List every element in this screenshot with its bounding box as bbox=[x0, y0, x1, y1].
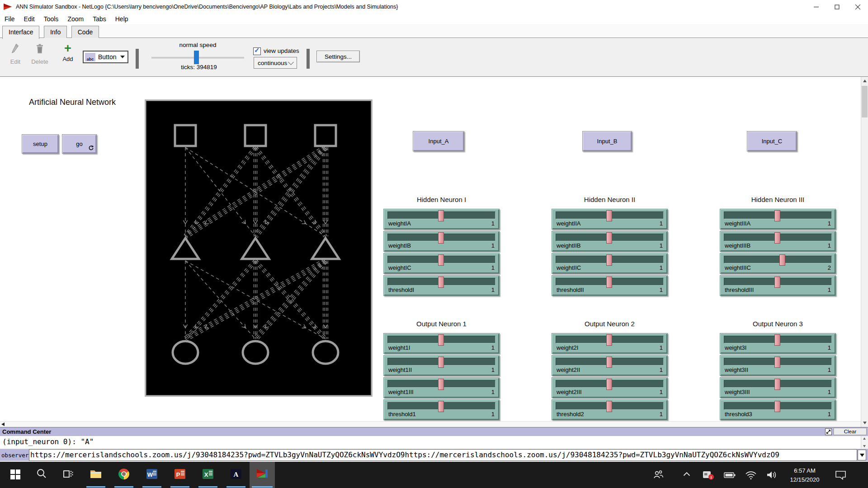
taskbar-search-button[interactable] bbox=[30, 462, 53, 488]
scrollbar-thumb[interactable] bbox=[862, 86, 868, 117]
slider-handle[interactable] bbox=[606, 232, 612, 244]
vertical-scrollbar[interactable] bbox=[861, 77, 868, 427]
menu-tools[interactable]: Tools bbox=[39, 15, 63, 23]
taskbar-chrome-button[interactable] bbox=[112, 462, 136, 488]
slider-weight1II[interactable]: weight1II1 bbox=[383, 355, 500, 376]
close-button[interactable] bbox=[847, 0, 868, 14]
app-badge-icon[interactable]: ! bbox=[702, 469, 715, 483]
slider-weightIIIC[interactable]: weightIIIC2 bbox=[720, 253, 836, 274]
menu-help[interactable]: Help bbox=[111, 15, 133, 23]
taskbar-file-explorer-button[interactable] bbox=[84, 462, 108, 488]
taskbar-start-button[interactable] bbox=[4, 462, 27, 488]
command-output-area[interactable]: (input_neuron 0): "A" bbox=[0, 436, 868, 449]
menu-file[interactable]: File bbox=[0, 15, 19, 23]
slider-weight1III[interactable]: weight1III1 bbox=[383, 377, 500, 398]
slider-weightIIB[interactable]: weightIIB1 bbox=[552, 231, 668, 252]
widget-type-dropdown[interactable]: abc Button bbox=[83, 51, 128, 63]
battery-icon[interactable] bbox=[723, 469, 737, 482]
slider-handle[interactable] bbox=[606, 357, 612, 368]
slider-handle[interactable] bbox=[606, 277, 612, 288]
slider-handle[interactable] bbox=[606, 334, 612, 346]
slider-weightIIC[interactable]: weightIIC1 bbox=[552, 253, 668, 274]
slider-handle[interactable] bbox=[774, 357, 780, 368]
tab-interface[interactable]: Interface bbox=[2, 26, 39, 39]
input-b-button[interactable]: Input_B bbox=[582, 131, 632, 151]
slider-weightIIIB[interactable]: weightIIIB1 bbox=[720, 231, 836, 252]
slider-weightIA[interactable]: weightIA1 bbox=[383, 209, 500, 230]
scroll-down-icon[interactable] bbox=[863, 445, 866, 447]
input-a-button[interactable]: Input_A bbox=[413, 131, 464, 151]
scroll-left-icon[interactable] bbox=[1, 422, 5, 426]
tab-info[interactable]: Info bbox=[44, 26, 67, 38]
history-dropdown-button[interactable] bbox=[858, 450, 866, 460]
slider-handle[interactable] bbox=[438, 232, 444, 244]
slider-thresholdIII[interactable]: thresholdIII1 bbox=[720, 275, 836, 296]
horizontal-scrollbar[interactable] bbox=[0, 421, 861, 427]
slider-handle[interactable] bbox=[774, 401, 780, 412]
slider-handle[interactable] bbox=[606, 254, 612, 266]
add-tool-button[interactable]: + Add bbox=[57, 42, 79, 62]
slider-threshold3[interactable]: threshold31 bbox=[720, 399, 836, 420]
slider-weight1I[interactable]: weight1I1 bbox=[383, 333, 500, 354]
slider-handle[interactable] bbox=[438, 254, 444, 266]
slider-handle[interactable] bbox=[774, 334, 780, 346]
minimize-button[interactable] bbox=[806, 0, 826, 14]
slider-threshold1[interactable]: threshold11 bbox=[383, 399, 500, 420]
slider-weight3I[interactable]: weight3I1 bbox=[720, 333, 836, 354]
slider-handle[interactable] bbox=[779, 254, 785, 266]
slider-handle[interactable] bbox=[438, 401, 444, 412]
taskbar-netlogo-button[interactable] bbox=[250, 462, 275, 488]
taskbar-excel-button[interactable]: X bbox=[196, 462, 220, 488]
scroll-up-icon[interactable] bbox=[863, 437, 866, 440]
slider-weightIIIA[interactable]: weightIIIA1 bbox=[720, 209, 836, 230]
people-icon[interactable] bbox=[653, 469, 665, 482]
slider-threshold2[interactable]: threshold21 bbox=[552, 399, 668, 420]
slider-weight2I[interactable]: weight2I1 bbox=[552, 333, 668, 354]
edit-tool-button[interactable]: Edit bbox=[5, 42, 26, 65]
scroll-up-icon[interactable] bbox=[863, 80, 867, 82]
slider-weightIB[interactable]: weightIB1 bbox=[383, 231, 500, 252]
slider-handle[interactable] bbox=[438, 277, 444, 288]
slider-handle[interactable] bbox=[438, 357, 444, 368]
command-input[interactable]: https://mercerislandschools.zoom.us/j/93… bbox=[29, 449, 857, 461]
slider-handle[interactable] bbox=[774, 277, 780, 288]
slider-handle[interactable] bbox=[438, 334, 444, 346]
speed-slider-handle[interactable] bbox=[194, 51, 199, 64]
slider-weight3II[interactable]: weight3II1 bbox=[720, 355, 836, 376]
go-button[interactable]: go bbox=[62, 134, 97, 154]
slider-handle[interactable] bbox=[606, 401, 612, 412]
clear-button[interactable]: Clear bbox=[834, 428, 867, 435]
taskbar-acrobat-button[interactable]: A bbox=[224, 462, 248, 488]
slider-handle[interactable] bbox=[438, 210, 444, 221]
slider-groove[interactable] bbox=[724, 256, 832, 263]
tab-code[interactable]: Code bbox=[71, 26, 99, 38]
setup-button[interactable]: setup bbox=[22, 134, 59, 154]
settings-button[interactable]: Settings... bbox=[316, 51, 360, 62]
slider-handle[interactable] bbox=[606, 210, 612, 221]
slider-handle[interactable] bbox=[606, 379, 612, 390]
output-scrollbar[interactable] bbox=[861, 436, 868, 449]
slider-thresholdII[interactable]: thresholdII1 bbox=[552, 275, 668, 296]
slider-handle[interactable] bbox=[774, 379, 780, 390]
delete-tool-button[interactable]: Delete bbox=[29, 42, 51, 65]
slider-weight3III[interactable]: weight3III1 bbox=[720, 377, 836, 398]
wifi-icon[interactable] bbox=[745, 469, 757, 482]
scroll-down-icon[interactable] bbox=[863, 422, 867, 424]
slider-handle[interactable] bbox=[438, 379, 444, 390]
taskbar-powerpoint-button[interactable]: P bbox=[168, 462, 192, 488]
action-center-icon[interactable] bbox=[835, 469, 847, 482]
slider-weight2II[interactable]: weight2II1 bbox=[552, 355, 668, 376]
world-view[interactable] bbox=[145, 99, 373, 397]
slider-weight2III[interactable]: weight2III1 bbox=[552, 377, 668, 398]
chevron-up-icon[interactable] bbox=[682, 469, 692, 481]
update-mode-dropdown[interactable]: continuous bbox=[254, 57, 297, 69]
slider-weightIIA[interactable]: weightIIA1 bbox=[552, 209, 668, 230]
maximize-button[interactable] bbox=[826, 0, 847, 14]
input-c-button[interactable]: Input_C bbox=[747, 131, 797, 151]
slider-thresholdI[interactable]: thresholdI1 bbox=[383, 275, 500, 296]
taskbar-clock[interactable]: 6:57 AM 12/15/2020 bbox=[783, 466, 826, 484]
slider-handle[interactable] bbox=[774, 210, 780, 221]
menu-edit[interactable]: Edit bbox=[19, 15, 39, 23]
resize-icon[interactable] bbox=[825, 428, 832, 435]
slider-handle[interactable] bbox=[774, 232, 780, 244]
